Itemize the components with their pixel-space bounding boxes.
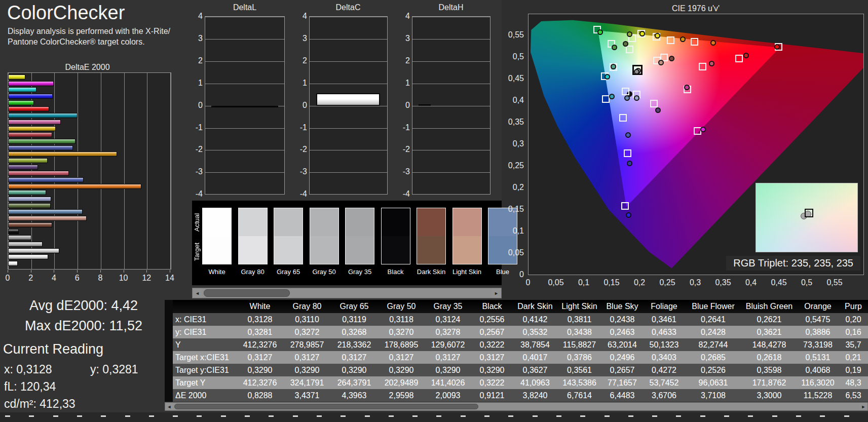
delta-y-tick-label: -4: [187, 189, 203, 199]
cie-y-tick-label: 0,4: [496, 96, 524, 105]
cie-y-tick-label: 0,05: [496, 248, 524, 257]
cie-measured-marker-purplish-blue: [625, 132, 631, 138]
table-row: Target Y412,3276324,1791264,3791202,9489…: [173, 376, 868, 389]
delta-y-tick-label: 3: [395, 34, 410, 43]
table-row-label: x: CIE31: [173, 315, 236, 324]
bottom-tick: [461, 415, 466, 417]
deltae-bar: [8, 139, 76, 144]
swatch-actual: [203, 208, 231, 236]
bottom-tick: [484, 415, 489, 417]
bottom-tick: [820, 415, 825, 417]
cie-chart: RGB Triplet: 235, 235, 235: [528, 14, 864, 275]
delta-y-tick-label: -2: [395, 145, 410, 154]
table-cell: 0,3127: [378, 353, 425, 362]
table-cell: 0,3119: [330, 315, 378, 324]
deltal-bar: [211, 106, 278, 107]
table-row-label: Y: [173, 340, 236, 350]
table-cell: 0,4068: [797, 366, 839, 375]
swatch-label: Gray 80: [235, 268, 271, 276]
delta-y-tick-label: -1: [292, 123, 307, 132]
bottom-tick: [748, 415, 753, 417]
table-cell: 0,3438: [557, 328, 601, 337]
table-row: Y412,3276278,9857218,3362178,6895129,607…: [173, 338, 868, 351]
bottom-tick-strip: [0, 412, 868, 422]
bottom-tick: [245, 415, 250, 417]
deltae-bar: [8, 184, 141, 189]
table-cell: 0,3281: [236, 328, 284, 337]
cie-measured-marker-gray: [634, 69, 639, 74]
table-cell: 0,2556: [471, 315, 513, 324]
bottom-tick: [724, 415, 729, 417]
cie-y-tick-label: 0,2: [496, 183, 524, 192]
table-cell: 4,3963: [330, 391, 378, 400]
table-header-cell: Dark Skin: [513, 302, 557, 311]
swatch-scrollbar-thumb[interactable]: [204, 289, 290, 297]
bottom-tick: [173, 415, 178, 417]
swatch-scrollbar[interactable]: ◄ ►: [192, 288, 502, 298]
delta-y-tick-label: -2: [187, 145, 203, 154]
fl-readout: fL: 120,34: [4, 380, 56, 394]
cie-x-tick-label: 0,15: [600, 278, 623, 287]
deltae-bar: [8, 222, 52, 227]
swatch-label: Black: [378, 268, 413, 276]
deltae-bar: [8, 229, 19, 234]
table-cell: 0,3222: [471, 340, 513, 350]
table-row: ΔE 20000,82883,43714,39632,95982,00930,9…: [173, 389, 868, 402]
table-cell: 0,4633: [643, 328, 685, 337]
bottom-tick: [101, 415, 106, 417]
table-cell: 116,3020: [797, 378, 839, 388]
deltae-bar: [8, 197, 51, 202]
max-de2000-readout: Max dE2000: 11,52: [0, 318, 167, 334]
table-cell: 412,3276: [236, 378, 284, 388]
page-title: ColorChecker: [7, 2, 125, 24]
table-cell: 0,3290: [330, 366, 378, 375]
scroll-right-icon[interactable]: ►: [859, 403, 867, 410]
table-cell: 0,2428: [685, 328, 741, 337]
table-cell: 0,3627: [513, 366, 557, 375]
table-row: y: CIE310,32810,32720,32680,32700,32780,…: [173, 326, 868, 338]
swatch-actual: [274, 208, 303, 236]
delta-y-tick-label: 2: [187, 56, 203, 65]
table-cell: 6,7614: [557, 391, 601, 400]
bottom-tick: [125, 415, 130, 417]
scroll-right-icon[interactable]: ►: [492, 288, 501, 298]
table-cell: 0,3278: [425, 328, 471, 337]
cie-target-marker-orange: [691, 38, 698, 46]
table-cell: 0,2463: [601, 328, 643, 337]
table-cell: 324,1791: [284, 378, 330, 388]
cie-x-tick-label: 0,25: [656, 278, 678, 287]
deltae-bar: [8, 94, 53, 99]
table-header-cell: Orange: [797, 302, 839, 311]
swatch-target: [346, 236, 374, 264]
table-scrollbar-thumb[interactable]: [174, 404, 478, 409]
swatch-actual: [417, 208, 445, 236]
bottom-tick: [77, 415, 82, 417]
bottom-tick: [29, 415, 34, 417]
scroll-left-icon[interactable]: ◄: [193, 288, 202, 298]
deltac-chart-title: DeltaC: [308, 3, 389, 12]
cie-y-tick-label: 0,1: [496, 226, 524, 236]
table-cell: 218,3362: [330, 340, 378, 350]
table-cell: 0,3403: [643, 353, 685, 362]
delta-y-tick-label: -3: [187, 167, 203, 176]
table-cell: 0,20: [839, 315, 868, 324]
deltae-bar: [8, 216, 87, 221]
table-cell: 0,3110: [284, 315, 330, 324]
table-cell: 53,7452: [643, 378, 685, 388]
colorchecker-screen: ColorChecker Display analysis is perform…: [0, 0, 868, 422]
scroll-left-icon[interactable]: ◄: [165, 403, 173, 410]
deltah-chart-title: DeltaH: [410, 3, 492, 12]
table-scrollbar[interactable]: ◄ ►: [165, 402, 868, 411]
table-cell: 0,2618: [741, 353, 797, 362]
current-reading-title: Current Reading: [3, 341, 103, 357]
cie-x-tick-label: 0,2: [628, 278, 651, 287]
table-cell: 0,2496: [601, 353, 643, 362]
table-cell: 3,7108: [685, 391, 741, 400]
deltae-bar: [8, 106, 49, 111]
cie-measured-marker-blue: [627, 161, 632, 166]
bottom-tick: [652, 415, 657, 417]
delta-y-tick-label: 4: [292, 12, 307, 21]
table-cell: 6,53: [839, 391, 868, 400]
x-tick: [124, 270, 124, 273]
cie-x-tick-label: 0,55: [823, 278, 846, 287]
